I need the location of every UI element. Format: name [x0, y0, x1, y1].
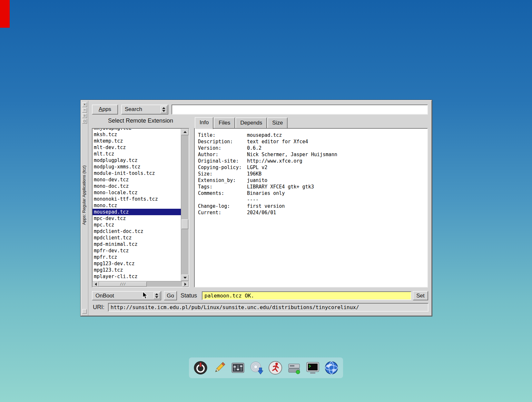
window-titlebar: × − ▫ ▢ Apps: Regular Applications (tcz) — [81, 101, 88, 316]
run-icon[interactable] — [267, 359, 284, 376]
close-button[interactable]: × — [82, 102, 87, 107]
horizontal-scrollbar[interactable]: /// — [93, 281, 189, 287]
go-button-label: Go — [164, 292, 176, 300]
terminal-icon[interactable] — [304, 359, 321, 376]
editor-icon[interactable] — [211, 359, 228, 376]
package-list: mkjavapkg.tczmksh.tczmktemp.tczmlt-dev.t… — [93, 129, 181, 280]
info-fields: Title:mousepad.tczDescription:text edito… — [195, 129, 427, 216]
package-item[interactable]: mksh.tcz — [93, 131, 181, 138]
apps-menu-label: Apps — [93, 105, 117, 114]
window-title: Apps: Regular Applications (tcz) — [82, 128, 88, 225]
search-input[interactable] — [172, 105, 428, 115]
horizontal-scroll-thumb[interactable]: /// — [99, 282, 147, 286]
status-label: Status — [181, 292, 197, 299]
package-item[interactable]: mpc.tcz — [93, 222, 181, 228]
info-row: Size:196KB — [198, 171, 427, 177]
iconify-button[interactable]: ▫ — [82, 113, 87, 118]
package-item[interactable]: mono-locale.tcz — [93, 189, 181, 196]
packages-icon[interactable] — [286, 359, 302, 376]
package-item[interactable]: mpdclient.tcz — [93, 235, 181, 241]
scroll-left-icon[interactable] — [93, 281, 99, 287]
window-controls: × − ▫ ▢ — [81, 102, 88, 124]
set-button[interactable]: Set — [413, 291, 428, 300]
info-row: Author:Nick Schermer, Jasper Huijsmann — [198, 151, 427, 158]
info-row: Copying-policy:LGPL v2 — [198, 164, 427, 171]
choice-arrows-icon[interactable] — [161, 106, 167, 113]
package-item[interactable]: mktemp.tcz — [93, 138, 181, 144]
package-item[interactable]: mpfr-dev.tcz — [93, 247, 181, 254]
scroll-up-icon[interactable] — [181, 129, 189, 135]
exit-icon[interactable] — [192, 359, 209, 376]
package-item[interactable]: module-init-tools.tcz — [93, 170, 181, 176]
onboot-choice[interactable]: OnBoot — [92, 291, 161, 300]
mode-choice[interactable]: Search — [121, 105, 168, 115]
package-item[interactable]: mpg123.tcz — [93, 267, 181, 273]
package-item[interactable]: modplug-xmms.tcz — [93, 164, 181, 170]
info-row: Title:mousepad.tcz — [198, 132, 427, 138]
browser-icon[interactable] — [323, 359, 340, 376]
choice-arrows-icon[interactable] — [153, 292, 160, 299]
tab-depends[interactable]: Depends — [235, 117, 267, 128]
vertical-scroll-thumb[interactable] — [182, 219, 188, 229]
info-row: Current:2024/06/01 — [198, 209, 427, 216]
package-list-panel: mkjavapkg.tczmksh.tczmktemp.tczmlt-dev.t… — [92, 128, 189, 287]
set-button-label: Set — [413, 292, 428, 300]
desktop: { "window": { "vertical_title": "Apps: R… — [0, 0, 532, 402]
scroll-down-icon[interactable] — [181, 275, 189, 281]
info-row: Tags:LIBRARY XFCE4 gtk+ gtk3 — [198, 184, 427, 190]
package-item[interactable]: mono.tcz — [93, 202, 181, 209]
package-item[interactable]: modplugplay.tcz — [93, 157, 181, 164]
onboot-choice-label: OnBoot — [95, 292, 114, 300]
package-list-viewport: mkjavapkg.tczmksh.tczmktemp.tczmlt-dev.t… — [93, 129, 181, 281]
mode-choice-label: Search — [125, 105, 142, 114]
tab-bar: InfoFilesDependsSize — [195, 117, 288, 128]
status-field: palemoon.tcz OK. — [202, 291, 411, 300]
go-button[interactable]: Go — [164, 291, 177, 300]
package-item[interactable]: mlt.tcz — [93, 151, 181, 157]
package-item[interactable]: mpg123-dev.tcz — [93, 260, 181, 267]
mount-icon[interactable] — [248, 359, 265, 376]
scroll-right-icon[interactable] — [182, 281, 189, 287]
package-item[interactable]: mousepad.tcz — [93, 209, 181, 215]
package-item[interactable]: mpdclient-doc.tcz — [93, 228, 181, 235]
info-row: Change-log:first version — [198, 203, 427, 209]
tab-size[interactable]: Size — [267, 117, 288, 128]
info-row: Comments:Binaries only — [198, 190, 427, 196]
package-item[interactable]: mono-dev.tcz — [93, 176, 181, 183]
package-item[interactable]: mpfr.tcz — [93, 254, 181, 260]
info-panel: Title:mousepad.tczDescription:text edito… — [194, 128, 428, 287]
desktop-red-marker — [0, 0, 10, 28]
tab-files[interactable]: Files — [214, 117, 235, 128]
shade-button[interactable]: − — [82, 108, 87, 113]
package-item[interactable]: mlt-dev.tcz — [93, 144, 181, 151]
info-row: Version:0.6.2 — [198, 145, 427, 151]
info-row: Description:text editor for Xfce4 — [198, 138, 427, 145]
package-item[interactable]: mkjavapkg.tcz — [93, 129, 181, 131]
package-item[interactable]: mpc-dev.tcz — [93, 215, 181, 222]
info-row: ---- — [198, 196, 427, 203]
maximize-button[interactable]: ▢ — [82, 119, 87, 124]
uri-label: URI: — [93, 304, 104, 311]
dock — [189, 357, 343, 378]
package-item[interactable]: mplayer-cli.tcz — [93, 273, 181, 280]
package-item[interactable]: mpd-minimal.tcz — [93, 241, 181, 247]
uri-field: http://sunsite.icm.edu.pl/pub/Linux/suns… — [108, 303, 429, 312]
list-header: Select Remote Extension — [92, 117, 189, 124]
package-item[interactable]: mononoki-ttf-fonts.tcz — [93, 196, 181, 202]
resize-grip[interactable] — [82, 309, 87, 314]
package-item[interactable]: mono-doc.tcz — [93, 183, 181, 189]
info-row: Extension_by:juanito — [198, 177, 427, 184]
vertical-scrollbar[interactable] — [181, 129, 189, 281]
apps-window: × − ▫ ▢ Apps: Regular Applications (tcz)… — [81, 100, 432, 316]
apps-menu-button[interactable]: Apps — [92, 105, 118, 115]
control-panel-icon[interactable] — [230, 359, 246, 376]
info-row: Original-site:http://www.xfce.org — [198, 158, 427, 164]
tab-info[interactable]: Info — [195, 117, 213, 129]
